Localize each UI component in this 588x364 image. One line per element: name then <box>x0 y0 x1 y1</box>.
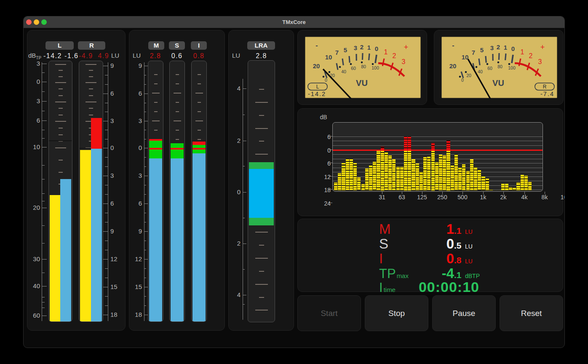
spectrum-column <box>388 155 392 191</box>
spectrum-x-tick <box>442 192 443 194</box>
spectrum-column <box>392 159 396 191</box>
lra-button[interactable]: LRA <box>247 41 275 50</box>
axis-tick <box>144 250 146 250</box>
scale-dash <box>152 120 160 121</box>
axis-tick <box>144 84 146 85</box>
reset-button[interactable]: Reset <box>500 295 563 331</box>
axis-tick <box>105 166 108 167</box>
vu-sec-label: 100 <box>372 65 379 70</box>
readout-main-value: 1 <box>399 222 454 236</box>
readout-main-value: -4 <box>399 266 454 280</box>
scale-dash <box>86 64 96 65</box>
axis-tick <box>42 243 45 244</box>
spectrum-db-label: dB <box>319 114 328 120</box>
msi-value-m: 2.8 <box>147 52 164 60</box>
spectrum-column <box>338 173 341 190</box>
axis-tick <box>105 84 108 85</box>
peak-meter-panel: L R dBTP -14.2 -1.6 -4.9 4.9 LU 30361020… <box>27 30 126 331</box>
spectrum-x-label: 125 <box>414 194 430 201</box>
spectrum-x-tick <box>545 192 545 194</box>
axis-tick <box>42 259 47 260</box>
app-window: TMxCore L R dBTP -14.2 -1.6 -4.9 4.9 LU … <box>23 16 565 348</box>
vu-scale-label: 1 <box>504 44 507 51</box>
spectrum-column <box>493 190 497 190</box>
axis-tick <box>144 315 148 315</box>
axis-tick <box>42 72 45 73</box>
meter-bar-red <box>91 118 102 149</box>
spectrum-gridline <box>333 136 543 137</box>
shortterm-button[interactable]: S <box>169 41 185 50</box>
scale-dash <box>176 74 179 75</box>
scale-dash <box>55 121 66 122</box>
readout-value: 0.5LU <box>399 237 479 251</box>
readout-value: -4.1dBTP <box>399 266 479 280</box>
truepeak-values: -4.9 4.9 <box>79 52 109 60</box>
axis-tick-label: 15 <box>110 283 123 291</box>
axis-tick <box>105 213 108 213</box>
axis-tick <box>144 148 148 148</box>
axis-tick-label: 2 <box>229 239 241 248</box>
readout-row-m: M1.1LU <box>298 221 563 236</box>
spectrum-column <box>481 177 485 190</box>
spectrum-y-label: 6 <box>321 160 331 167</box>
spectrum-column <box>513 188 516 191</box>
vu-sec-label: 40 <box>341 69 346 74</box>
axis-tick-label: 18 <box>129 310 142 319</box>
axis-tick-label: 3 <box>110 171 123 180</box>
scale-dash <box>174 93 181 94</box>
axis-tick-label: 0 <box>229 188 241 196</box>
vu-meter-left: 2010753210123020406080100-+VUL-14.2 <box>297 30 427 105</box>
meter-bar-yellow <box>80 150 91 321</box>
vu-dot <box>350 63 352 65</box>
vu-scale-label: 2 <box>360 43 363 51</box>
axis-tick <box>103 148 108 148</box>
axis-tick <box>105 75 108 75</box>
spectrum-column <box>361 184 365 190</box>
axis-tick <box>42 111 45 111</box>
spectrum-x-label: 1k <box>476 194 491 201</box>
msi-value-s: 0.6 <box>168 52 185 60</box>
spectrum-x-label: 8k <box>537 194 552 201</box>
vu-meter-right-face: 2010753210123020406080100-+VUR-7.4 <box>441 36 558 99</box>
stop-button[interactable]: Stop <box>365 295 428 331</box>
channel-l-button[interactable]: L <box>45 41 74 50</box>
pause-button[interactable]: Pause <box>432 295 496 331</box>
readout-label: I <box>379 252 384 265</box>
channel-r-button[interactable]: R <box>78 41 105 50</box>
scale-dash <box>255 232 268 233</box>
spectrum-column <box>446 150 450 191</box>
readout-frac-value: .1 <box>454 270 462 279</box>
meter-bar-green <box>171 150 184 158</box>
axis-tick-label: 10 <box>27 143 40 151</box>
vu-dot <box>486 63 489 65</box>
spectrum-y-label: 0 <box>321 147 331 154</box>
spectrum-column <box>474 167 477 190</box>
spectrum-column <box>420 172 423 191</box>
readout-row-itime: Itime00:00:10 <box>298 279 563 294</box>
spectrum-x-label: 500 <box>455 194 470 201</box>
start-button[interactable]: Start <box>297 295 361 331</box>
axis-tick <box>42 286 47 286</box>
axis-tick <box>105 278 108 278</box>
scale-dash <box>174 120 181 121</box>
meter-tube-lra <box>248 60 275 322</box>
spectrum-column <box>486 179 489 190</box>
readout-frac-value: .1 <box>454 226 462 235</box>
meter-bar-cyan <box>249 169 274 218</box>
vu-sec-label: 0 <box>325 78 327 83</box>
momentary-button[interactable]: M <box>148 41 164 50</box>
spectrum-column <box>451 166 454 191</box>
meter-bar-green <box>149 150 162 158</box>
axis-tick-label: 3 <box>129 171 142 180</box>
axis-tick <box>42 208 47 208</box>
spectrum-column <box>404 150 407 191</box>
db-tp-label: dBTP <box>28 52 41 60</box>
readout-unit: LU <box>462 258 479 264</box>
axis-tick-label: 15 <box>129 283 142 291</box>
scale-dash <box>89 95 93 96</box>
axis-tick-label: 0 <box>110 144 123 152</box>
spectrum-column <box>385 152 388 191</box>
vu-scale-label: 7 <box>472 49 475 56</box>
integrated-button[interactable]: I <box>191 41 207 50</box>
axis-tick <box>42 316 47 316</box>
